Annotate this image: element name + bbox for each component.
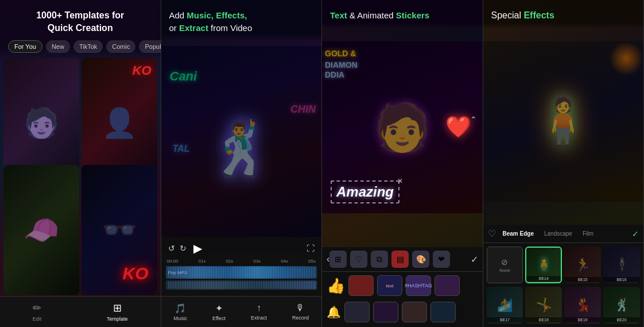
effect-be19[interactable]: 💃 BE19 bbox=[564, 287, 601, 324]
effect-none[interactable]: ⊘ None bbox=[487, 247, 523, 283]
panel1-header: 1000+ Templates for Quick Creation For Y… bbox=[0, 0, 161, 60]
sticker-row-1: 👍 text #HASHTAG bbox=[322, 272, 483, 299]
panel1-bottom-nav: ✏ Edit ⊞ Template bbox=[0, 296, 161, 327]
panel-music-effects: 🕺 Cani CHIN TAL Add Music, Effects, or E… bbox=[161, 0, 323, 327]
edit-icon: ✏ bbox=[33, 302, 41, 314]
effect-be16-label: BE16 bbox=[603, 277, 640, 282]
sticker-thumb-6[interactable] bbox=[373, 302, 398, 322]
panel3-title: Text & Animated Stickers bbox=[330, 9, 475, 22]
sticker-panel: ‹ ⊞ ♡ ⧉ ▤ 🎨 ❤ ✓ 👍 text #HASHTAG 🔔 bbox=[322, 247, 483, 327]
sticker-thumb-5[interactable] bbox=[344, 302, 370, 322]
tool-effect-label: Effect bbox=[212, 316, 226, 321]
effects-panel: ♡ Beam Edge Landscape Film ✓ ⊘ None 🧍 BE… bbox=[483, 225, 644, 327]
panel2-toolbar: 🎵 Music ✦ Effect ↑ Extract 🎙 Record bbox=[161, 296, 322, 327]
tool-music-label: Music bbox=[174, 316, 188, 321]
sticker-thumb-4[interactable] bbox=[434, 275, 460, 296]
music-icon: 🎵 bbox=[174, 303, 186, 314]
effect-tab-film[interactable]: Film bbox=[579, 229, 597, 238]
fullscreen-button[interactable]: ⛶ bbox=[307, 244, 315, 253]
filter-popular[interactable]: Popular bbox=[139, 40, 161, 53]
panel1-title: 1000+ Templates for Quick Creation bbox=[8, 9, 153, 34]
template-icon: ⊞ bbox=[113, 302, 122, 314]
sticker-row-2: 🔔 bbox=[322, 299, 483, 327]
extract-icon: ↑ bbox=[257, 303, 261, 313]
notification-icon[interactable]: 🔔 bbox=[327, 305, 341, 319]
filter-new[interactable]: New bbox=[46, 40, 70, 53]
sticker-thumb-2[interactable]: text bbox=[377, 275, 402, 296]
effect-be14-label: BE14 bbox=[526, 276, 561, 281]
effect-none-label: None bbox=[499, 268, 510, 273]
panel2-header: Add Music, Effects, or Extract from Vide… bbox=[161, 0, 322, 41]
effects-thumbs-row2: 🏄 BE17 🤸 BE18 💃 BE19 🕺 BE20 bbox=[483, 287, 644, 327]
tool-extract-label: Extract bbox=[251, 315, 267, 321]
sticker-categories: ⊞ ♡ ⧉ ▤ 🎨 ❤ bbox=[329, 251, 450, 268]
cat-grid[interactable]: ⊞ bbox=[329, 251, 347, 268]
effects-filter-row: ♡ Beam Edge Landscape Film ✓ bbox=[483, 225, 644, 243]
time-3: 03x bbox=[253, 259, 261, 264]
sticker-thumb-8[interactable] bbox=[430, 302, 456, 322]
nav-template-label: Template bbox=[107, 316, 128, 322]
time-1: 01x bbox=[199, 259, 206, 264]
scroll-up-indicator[interactable]: ⌃ bbox=[470, 115, 477, 124]
tool-music[interactable]: 🎵 Music bbox=[174, 303, 188, 321]
effect-tab-landscape[interactable]: Landscape bbox=[541, 229, 576, 238]
time-2: 02x bbox=[226, 259, 233, 264]
panel1-title-text: 1000+ Templates for Quick Creation bbox=[36, 10, 124, 33]
thumbs-up-sticker[interactable]: 👍 bbox=[327, 277, 345, 295]
nav-edit[interactable]: ✏ Edit bbox=[33, 302, 42, 322]
confirm-button[interactable]: ✓ bbox=[471, 254, 478, 265]
panel-special-effects: 🧍 Special Effects ♡ Beam Edge Landscape … bbox=[483, 0, 645, 327]
effect-be18[interactable]: 🤸 BE18 bbox=[525, 287, 562, 324]
effect-be20[interactable]: 🕺 BE20 bbox=[603, 287, 640, 324]
heart-sticker: ❤️ bbox=[445, 115, 471, 139]
panel1-title-line2: Quick Creation bbox=[48, 23, 113, 33]
effect-be18-label: BE18 bbox=[525, 317, 562, 322]
effect-be15[interactable]: 🏃 BE15 bbox=[564, 247, 601, 283]
panel1-title-line1: 1000+ Templates for bbox=[36, 10, 124, 20]
cat-copy[interactable]: ⧉ bbox=[371, 251, 388, 268]
effect-be15-label: BE15 bbox=[564, 277, 601, 282]
panel2-title: Add Music, Effects, or Extract from Vide… bbox=[169, 9, 314, 34]
cat-active[interactable]: ▤ bbox=[391, 251, 409, 268]
sticker-toolbar-row: ‹ ⊞ ♡ ⧉ ▤ 🎨 ❤ ✓ bbox=[322, 247, 483, 272]
track1-label: Pop MP3 bbox=[168, 270, 187, 275]
panel4-header: Special Effects bbox=[483, 0, 644, 29]
effect-be14[interactable]: 🧍 BE14 bbox=[525, 247, 562, 283]
effect-be17[interactable]: 🏄 BE17 bbox=[487, 287, 523, 324]
timeline-area: ↺ ↻ ▶ ⛶ 00:00 01x 02x 03x 04x 05x Pop MP… bbox=[161, 237, 322, 296]
nav-template[interactable]: ⊞ Template bbox=[107, 302, 128, 322]
close-sticker-button[interactable]: ✕ bbox=[397, 177, 403, 185]
effects-thumbs-row1: ⊘ None 🧍 BE14 🏃 BE15 🕴 BE16 bbox=[483, 243, 644, 287]
sticker-thumb-1[interactable] bbox=[348, 275, 374, 296]
effect-be19-label: BE19 bbox=[564, 317, 601, 322]
sticker-thumb-7[interactable] bbox=[402, 302, 427, 322]
filter-tabs: For You New TikTok Comic Popular bbox=[8, 40, 153, 53]
panel4-title: Special Effects bbox=[491, 9, 636, 22]
effect-tab-beam[interactable]: Beam Edge bbox=[499, 229, 537, 238]
waveform-track1: Pop MP3 bbox=[166, 266, 317, 279]
filter-for-you[interactable]: For You bbox=[8, 40, 42, 53]
waveform-track2 bbox=[166, 280, 317, 290]
filter-comic[interactable]: Comic bbox=[106, 40, 135, 53]
tool-effect[interactable]: ✦ Effect bbox=[212, 303, 226, 321]
panel3-header: Text & Animated Stickers bbox=[322, 0, 483, 29]
play-button[interactable]: ▶ bbox=[193, 241, 202, 255]
undo-button[interactable]: ↺ bbox=[168, 244, 175, 253]
effects-check-button[interactable]: ✓ bbox=[632, 229, 639, 238]
panel-stickers: 🧑 GOLD & DIAMON DDIA Text & Animated Sti… bbox=[322, 0, 483, 327]
cat-heart2[interactable]: ❤ bbox=[433, 251, 450, 268]
time-labels: 00:00 01x 02x 03x 04x 05x bbox=[166, 259, 317, 264]
amazing-text: Amazing bbox=[336, 184, 394, 199]
redo-button[interactable]: ↻ bbox=[180, 244, 187, 253]
effect-be20-label: BE20 bbox=[603, 317, 640, 322]
tool-record-label: Record bbox=[292, 315, 309, 321]
effects-heart-button[interactable]: ♡ bbox=[488, 228, 496, 239]
sticker-thumb-3[interactable]: #HASHTAG bbox=[406, 275, 431, 296]
cat-heart[interactable]: ♡ bbox=[350, 251, 367, 268]
tool-extract[interactable]: ↑ Extract bbox=[251, 303, 267, 321]
time-4: 04x bbox=[281, 259, 288, 264]
effect-be16[interactable]: 🕴 BE16 bbox=[603, 247, 640, 283]
cat-color[interactable]: 🎨 bbox=[412, 251, 429, 268]
tool-record[interactable]: 🎙 Record bbox=[292, 303, 309, 321]
filter-tiktok[interactable]: TikTok bbox=[73, 40, 103, 53]
